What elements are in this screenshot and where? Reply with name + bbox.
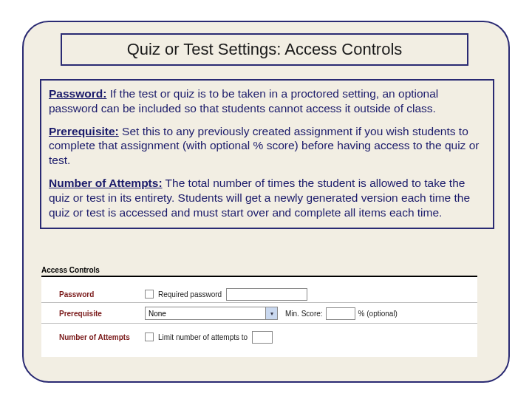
description-box: Password: If the test or quiz is to be t… — [40, 79, 494, 229]
password-checkbox-label: Required password — [158, 290, 222, 299]
desc-password-text: If the test or quiz is to be taken in a … — [49, 87, 438, 115]
desc-prerequisite: Prerequisite: Set this to any previously… — [49, 124, 485, 168]
divider — [41, 302, 477, 303]
min-score-input[interactable] — [326, 307, 355, 320]
attempts-row: Number of Attempts Limit number of attem… — [41, 330, 273, 344]
prerequisite-select[interactable]: None ▾ — [145, 307, 278, 320]
prerequisite-select-value: None — [149, 310, 166, 318]
access-controls-form: Password Required password Prerequisite … — [41, 276, 477, 357]
password-checkbox[interactable] — [145, 290, 154, 299]
min-score-label: Min. Score: — [285, 310, 323, 318]
password-input[interactable] — [226, 288, 307, 301]
password-row: Password Required password — [41, 287, 307, 301]
attempts-input[interactable] — [252, 331, 273, 344]
attempts-checkbox-label: Limit number of attempts to — [158, 333, 248, 341]
divider — [41, 323, 477, 324]
desc-password-label: Password: — [49, 87, 106, 100]
form-section-header: Access Controls — [41, 266, 100, 274]
page-title: Quiz or Test Settings: Access Controls — [61, 33, 468, 66]
min-score-suffix: % (optional) — [358, 310, 398, 318]
desc-password: Password: If the test or quiz is to be t… — [49, 86, 485, 116]
desc-attempts: Number of Attempts: The total number of … — [49, 176, 485, 219]
chevron-down-icon: ▾ — [265, 307, 277, 319]
desc-attempts-label: Number of Attempts: — [49, 177, 163, 189]
prerequisite-row: Prerequisite None ▾ Min. Score: % (optio… — [41, 307, 398, 320]
desc-prerequisite-label: Prerequisite: — [49, 125, 119, 137]
password-field-label: Password — [41, 290, 145, 299]
title-text: Quiz or Test Settings: Access Controls — [127, 40, 403, 59]
attempts-checkbox[interactable] — [145, 332, 154, 341]
prerequisite-field-label: Prerequisite — [41, 310, 145, 318]
attempts-field-label: Number of Attempts — [41, 333, 145, 341]
